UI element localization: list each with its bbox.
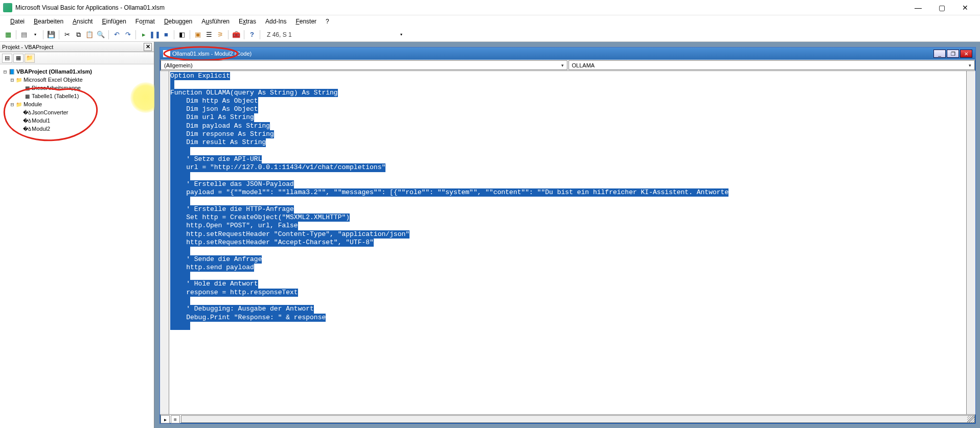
mdi-area: Ollama01.xlsm - Modul2 (Code) _ ❐ ✕ (All… [154,42,980,428]
menu-?[interactable]: ? [322,17,333,26]
code-window-close-button[interactable]: ✕ [960,50,972,58]
procedure-dropdown[interactable]: OLLAMA ▾ [568,60,975,70]
full-module-view-button[interactable]: ≡ [171,415,180,423]
tree-item-label: Modul1 [32,117,50,124]
toolbox-icon[interactable]: 🧰 [231,30,241,40]
code-window-maximize-button[interactable]: ❐ [947,50,959,58]
view-excel-icon[interactable]: ▦ [3,30,13,40]
project-pane-close-button[interactable]: ✕ [144,43,152,51]
cut-icon[interactable]: ✂ [62,30,72,40]
view-object-icon[interactable]: ▦ [13,54,24,63]
tree-item-label: Modul2 [32,126,50,132]
tree-item-label: Tabelle1 (Tabelle1) [32,93,79,99]
insert-module-icon[interactable]: ▤ [19,30,29,40]
code-window-title: Ollama01.xlsm - Modul2 (Code) [172,51,931,57]
tree-item-label: JsonConverter [32,109,69,115]
object-dropdown-value: (Allgemein) [164,62,193,68]
object-dropdown[interactable]: (Allgemein) ▾ [161,60,567,70]
paste-icon[interactable]: 📋 [84,30,95,40]
maximize-button[interactable]: ▢ [930,0,953,15]
menubar: DateiBearbeitenAnsichtEinfügenFormatDebu… [0,15,980,28]
module-icon [163,50,170,57]
app-icon [3,3,12,12]
stop-icon[interactable]: ■ [161,30,171,40]
window-title: Microsoft Visual Basic for Applications … [15,4,906,11]
menu-einfügen[interactable]: Einfügen [98,17,130,26]
code-window-titlebar[interactable]: Ollama01.xlsm - Modul2 (Code) _ ❐ ✕ [160,47,975,60]
code-window-minimize-button[interactable]: _ [933,50,946,58]
tree-item[interactable]: �ձModul1 [2,116,152,125]
worksheet-icon: ▦ [24,84,31,91]
module-icon: �ձ [24,109,31,116]
copy-icon[interactable]: ⧉ [73,30,83,40]
window-titlebar: Microsoft Visual Basic for Applications … [0,0,980,15]
folder-icon: 📁 [15,101,22,108]
menu-format[interactable]: Format [131,17,159,26]
project-tree[interactable]: ⊟ 📘 VBAProject (Ollama01.xlsm) ⊟ 📁 Micro… [0,64,154,136]
vbaproject-icon: 📘 [8,68,15,75]
tree-item[interactable]: ▦Tabelle1 (Tabelle1) [2,92,152,100]
code-window: Ollama01.xlsm - Modul2 (Code) _ ❐ ✕ (All… [159,47,976,424]
cursor-position-label: Z 46, S 1 [267,31,292,38]
toolbar-overflow-icon[interactable]: ▾ [396,30,406,40]
collapse-icon[interactable]: ⊟ [2,68,8,75]
project-pane-toolbar: ▤ ▦ 📁 [0,52,154,64]
menu-debuggen[interactable]: Debuggen [160,17,196,26]
help-icon[interactable]: ? [247,30,257,40]
tree-folder-module[interactable]: Module [24,101,42,107]
dropdown-arrow-icon: ▾ [561,63,564,68]
project-explorer-pane: Projekt - VBAProject ✕ ▤ ▦ 📁 ⊟ 📘 VBAProj… [0,42,154,428]
resize-grip[interactable] [967,415,974,422]
tree-root[interactable]: VBAProject (Ollama01.xlsm) [16,68,92,75]
folder-icon: 📁 [15,76,22,83]
pause-icon[interactable]: ❚❚ [150,30,160,40]
procedure-view-button[interactable]: ▸ [161,415,170,423]
undo-icon[interactable]: ↶ [111,30,122,40]
project-pane-header: Projekt - VBAProject ✕ [0,42,154,52]
vertical-scrollbar[interactable] [966,71,975,414]
tree-item[interactable]: ▦DieseArbeitsmappe [2,84,152,92]
code-gutter [160,71,169,414]
tree-folder-excel[interactable]: Microsoft Excel Objekte [24,77,83,83]
redo-icon[interactable]: ↷ [123,30,133,40]
module-icon: �ձ [24,125,31,132]
dropdown-arrow-icon[interactable]: ▾ [30,30,40,40]
collapse-icon[interactable]: ⊟ [9,77,15,83]
menu-fenster[interactable]: Fenster [291,17,321,26]
properties-icon[interactable]: ☰ [204,30,214,40]
find-icon[interactable]: 🔍 [96,30,106,40]
procedure-dropdown-value: OLLAMA [572,62,595,68]
run-icon[interactable]: ▸ [139,30,149,40]
menu-bearbeiten[interactable]: Bearbeiten [30,17,67,26]
toolbar: ▦ ▤ ▾ 💾 ✂ ⧉ 📋 🔍 ↶ ↷ ▸ ❚❚ ■ ◧ ▣ ☰ ⚞ 🧰 ? Z… [0,28,980,42]
code-window-dropdowns: (Allgemein) ▾ OLLAMA ▾ [160,60,975,71]
horizontal-scrollbar[interactable] [181,415,975,423]
worksheet-icon: ▦ [24,92,31,100]
view-code-icon[interactable]: ▤ [2,54,12,63]
module-icon: �ձ [24,117,31,124]
project-pane-title: Projekt - VBAProject [2,44,53,50]
menu-extras[interactable]: Extras [235,17,260,26]
dropdown-arrow-icon: ▾ [969,63,971,68]
menu-add-ins[interactable]: Add-Ins [261,17,290,26]
tree-item[interactable]: �ձJsonConverter [2,108,152,116]
code-editor[interactable]: Option Explicit Function OLLAMA(query As… [169,71,966,414]
project-explorer-icon[interactable]: ▣ [193,30,203,40]
save-icon[interactable]: 💾 [46,30,56,40]
menu-datei[interactable]: Datei [6,17,29,26]
tree-item-label: DieseArbeitsmappe [32,85,81,91]
tree-item[interactable]: �ձModul2 [2,125,152,133]
toggle-folders-icon[interactable]: 📁 [25,54,35,63]
collapse-icon[interactable]: ⊟ [9,101,15,108]
design-mode-icon[interactable]: ◧ [177,30,187,40]
menu-ausführen[interactable]: Ausführen [197,17,234,26]
object-browser-icon[interactable]: ⚞ [215,30,225,40]
code-window-footer: ▸ ≡ [160,414,975,423]
close-button[interactable]: ✕ [953,0,977,15]
menu-ansicht[interactable]: Ansicht [69,17,97,26]
minimize-button[interactable]: — [906,0,930,15]
